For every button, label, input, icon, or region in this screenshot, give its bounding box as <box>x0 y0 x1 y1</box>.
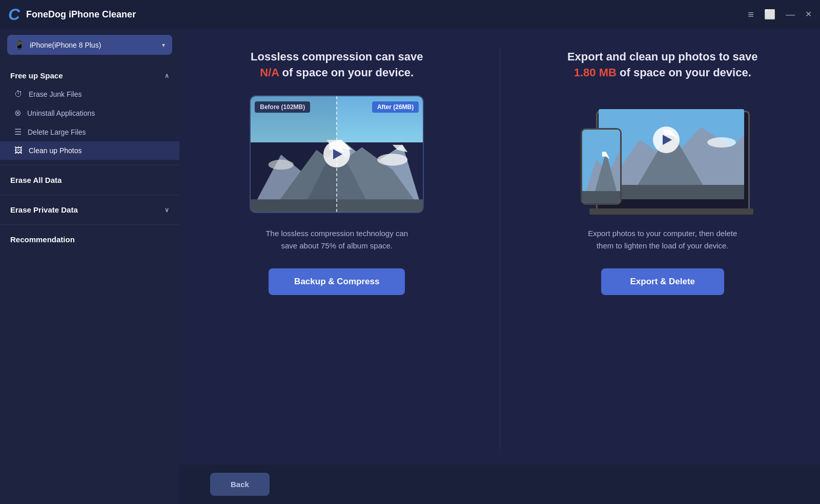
backup-card-title: Lossless compression can save N/A of spa… <box>251 49 423 81</box>
uninstall-icon: ⊗ <box>14 108 21 118</box>
erase-private-data-label: Erase Private Data <box>10 205 78 214</box>
main-layout: 📱 iPhone(iPhone 8 Plus) ▾ Free up Space … <box>0 29 820 504</box>
clock-icon: ⏱ <box>14 90 23 99</box>
free-up-space-label: Free up Space <box>10 71 63 80</box>
sidebar-item-erase-junk[interactable]: ⏱ Erase Junk Files <box>0 85 179 103</box>
backup-title-suffix-text: of space on your device. <box>282 66 414 79</box>
erase-junk-label: Erase Junk Files <box>29 90 81 98</box>
window-controls: ≡ ⬜ — ✕ <box>748 9 812 19</box>
export-delete-card: Export and clean up photos to save 1.80 … <box>536 49 790 449</box>
device-selector[interactable]: 📱 iPhone(iPhone 8 Plus) ▾ <box>7 35 172 55</box>
photos-icon: 🖼 <box>14 146 23 155</box>
phone-mountain-svg <box>582 130 620 203</box>
device-dropdown-arrow: ▾ <box>162 41 165 49</box>
svg-point-13 <box>707 137 736 148</box>
play-button[interactable] <box>323 141 350 167</box>
sidebar-item-delete-large[interactable]: ☰ Delete Large Files <box>0 122 179 141</box>
before-label: Before (102MB) <box>255 101 310 113</box>
recommendation-label: Recommendation <box>10 235 75 244</box>
backup-title-prefix: Lossless compression can save <box>251 50 423 63</box>
export-highlight-value: 1.80 MB <box>574 66 617 79</box>
close-button[interactable]: ✕ <box>805 10 812 18</box>
sidebar: 📱 iPhone(iPhone 8 Plus) ▾ Free up Space … <box>0 29 179 504</box>
sidebar-item-cleanup-photos[interactable]: 🖼 Clean up Photos <box>0 141 179 160</box>
device-icon: 📱 <box>14 40 25 50</box>
sidebar-section-header-recommendation[interactable]: Recommendation <box>0 230 179 249</box>
app-logo: C <box>8 6 20 23</box>
content-wrapper: Lossless compression can save N/A of spa… <box>179 29 820 504</box>
content-area: Lossless compression can save N/A of spa… <box>179 29 820 465</box>
export-delete-button[interactable]: Export & Delete <box>601 268 724 295</box>
backup-compress-button[interactable]: Backup & Compress <box>269 268 405 295</box>
device-label: iPhone(iPhone 8 Plus) <box>30 41 162 49</box>
sidebar-section-erase-all-data: Erase All Data <box>0 167 179 193</box>
erase-private-data-arrow: ∨ <box>165 206 169 214</box>
backup-compress-card: Lossless compression can save N/A of spa… <box>210 49 464 449</box>
content-cards: Lossless compression can save N/A of spa… <box>210 49 789 449</box>
sidebar-divider-1 <box>0 165 179 165</box>
laptop-base <box>589 208 753 215</box>
phone-screen <box>582 130 620 203</box>
titlebar: C FoneDog iPhone Cleaner ≡ ⬜ — ✕ <box>0 0 820 29</box>
chat-icon[interactable]: ⬜ <box>764 10 775 19</box>
svg-point-6 <box>377 154 407 165</box>
export-title-suffix: of space on your device. <box>620 66 751 79</box>
backup-highlight-value: N/A <box>260 66 279 79</box>
app-title: FoneDog iPhone Cleaner <box>26 9 748 20</box>
phone-overlay <box>581 128 622 205</box>
sidebar-section-erase-private-data: Erase Private Data ∨ <box>0 197 179 222</box>
menu-icon[interactable]: ≡ <box>748 9 754 19</box>
back-button[interactable]: Back <box>210 473 270 496</box>
sidebar-section-header-free-up-space[interactable]: Free up Space ∧ <box>0 66 179 85</box>
export-image <box>576 95 750 213</box>
cards-divider <box>500 49 500 449</box>
sidebar-divider-3 <box>0 224 179 225</box>
minimize-button[interactable]: — <box>786 10 795 19</box>
compression-image: Before (102MB) After (26MB) <box>250 95 424 213</box>
delete-large-label: Delete Large Files <box>28 128 86 136</box>
export-play-button[interactable] <box>653 127 680 153</box>
free-up-space-arrow: ∧ <box>165 72 169 79</box>
cleanup-photos-label: Clean up Photos <box>29 146 82 155</box>
svg-rect-19 <box>582 191 620 203</box>
uninstall-apps-label: Uninstall Applications <box>27 109 95 117</box>
bottom-bar: Back <box>179 465 820 504</box>
sidebar-section-recommendation: Recommendation <box>0 227 179 252</box>
backup-description: The lossless compression technology can … <box>260 227 414 252</box>
export-card-title: Export and clean up photos to save 1.80 … <box>567 49 758 81</box>
sidebar-divider-2 <box>0 195 179 195</box>
after-label: After (26MB) <box>372 101 419 113</box>
export-description: Export photos to your computer, then del… <box>586 227 740 252</box>
sidebar-section-free-up-space: Free up Space ∧ ⏱ Erase Junk Files ⊗ Uni… <box>0 63 179 163</box>
sidebar-section-header-erase-all-data[interactable]: Erase All Data <box>0 171 179 190</box>
sidebar-section-header-erase-private-data[interactable]: Erase Private Data ∨ <box>0 200 179 219</box>
sidebar-item-uninstall-apps[interactable]: ⊗ Uninstall Applications <box>0 103 179 122</box>
export-title-prefix: Export and clean up photos to save <box>567 50 758 63</box>
delete-large-icon: ☰ <box>14 127 22 137</box>
erase-all-data-label: Erase All Data <box>10 176 61 184</box>
